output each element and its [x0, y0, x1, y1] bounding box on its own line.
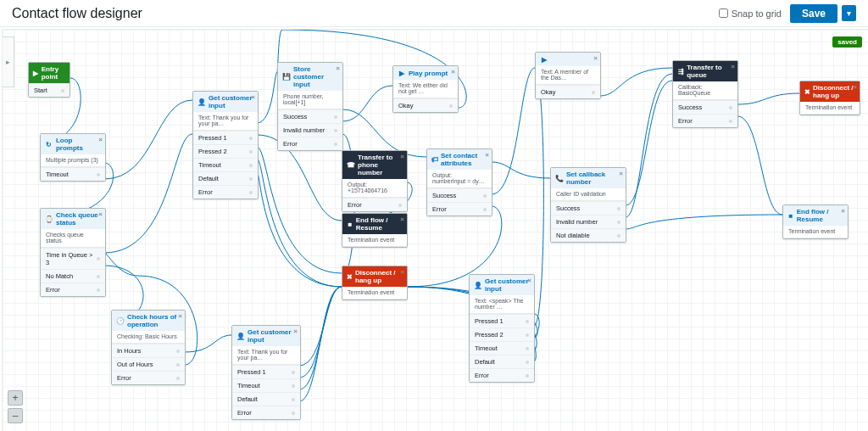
node-end-flow-1[interactable]: ■End flow / Resume× Termination event [342, 213, 408, 248]
node-subtitle: Output: numberInput = dy… [427, 170, 492, 188]
node-disconnect-1[interactable]: ✖Disconnect / hang up× Termination event [342, 266, 408, 300]
person-icon: 👤 [198, 98, 206, 106]
save-button[interactable]: Save [790, 4, 837, 23]
save-dropdown[interactable]: ▾ [842, 5, 856, 21]
branch[interactable]: Error [112, 371, 185, 384]
node-transfer-to-queue[interactable]: ⇶Transfer to queue× Callback: BasicQueue… [672, 60, 738, 128]
branch[interactable]: Pressed 1 [470, 314, 534, 327]
node-subtitle: Text: We either did not get … [393, 80, 458, 98]
branch[interactable]: Invalid number [551, 215, 626, 228]
close-icon[interactable]: × [400, 268, 404, 276]
node-disconnect-2[interactable]: ✖Disconnect / hang up× Termination event [799, 81, 860, 115]
flag-icon: ▶ [33, 69, 39, 77]
branch[interactable]: Okay [536, 85, 600, 98]
snap-to-grid-toggle[interactable]: Snap to grid [719, 8, 782, 19]
branch[interactable]: In Hours [112, 344, 185, 357]
snap-checkbox[interactable] [719, 8, 728, 18]
branch[interactable]: Success [427, 188, 492, 202]
flow-canvas[interactable]: ▸ saved [2, 29, 868, 431]
close-icon[interactable]: × [178, 312, 182, 320]
branch[interactable]: Pressed 1 [193, 131, 258, 144]
close-icon[interactable]: × [485, 151, 489, 159]
palette-toggle[interactable]: ▸ [3, 36, 14, 87]
node-end-flow-2[interactable]: ■End flow / Resume× Termination event [782, 204, 849, 239]
node-subtitle: Checks queue status [41, 229, 105, 248]
close-icon[interactable]: × [400, 153, 404, 160]
close-icon[interactable]: × [853, 83, 857, 91]
branch[interactable]: Success [673, 100, 737, 114]
node-title: Play prompt [409, 70, 448, 77]
node-get-customer-input-1[interactable]: 👤Get customer input× Text: Thank you for… [192, 91, 259, 199]
close-icon[interactable]: × [619, 170, 623, 177]
node-subtitle: Phone number, local[+1] [278, 91, 342, 109]
node-set-callback-number[interactable]: 📞Set callback number× Caller ID validati… [550, 167, 626, 243]
close-icon[interactable]: × [293, 327, 298, 335]
zoom-in-button[interactable]: + [8, 390, 23, 406]
close-icon[interactable]: × [841, 207, 845, 215]
branch[interactable]: Default [232, 392, 300, 406]
branch[interactable]: Error [427, 202, 492, 216]
branch[interactable]: Pressed 2 [470, 327, 534, 341]
close-icon[interactable]: × [98, 136, 103, 143]
branch[interactable]: Timeout [470, 341, 534, 355]
close-icon[interactable]: × [98, 210, 103, 218]
node-title: Check hours of operation [127, 313, 181, 328]
phone-icon: ☎ [347, 161, 355, 170]
node-subtitle: Checking: Basic Hours [112, 331, 185, 344]
close-icon[interactable]: × [400, 216, 404, 223]
node-subtitle: Caller ID validation [551, 188, 626, 201]
branch[interactable]: Error [232, 406, 300, 419]
zoom-out-button[interactable]: – [8, 408, 23, 423]
branch[interactable]: Error [342, 198, 407, 211]
branch[interactable]: Error [193, 185, 258, 199]
node-title: Loop prompts [56, 137, 101, 152]
node-check-hours[interactable]: 🕑Check hours of operation× Checking: Bas… [111, 310, 186, 385]
node-store-customer-input[interactable]: 💾Store customer input× Phone number, loc… [277, 62, 343, 151]
branch[interactable]: Error [673, 114, 737, 127]
branch[interactable]: Error [470, 368, 534, 382]
close-icon[interactable]: × [336, 64, 340, 72]
branch[interactable]: Default [193, 171, 258, 185]
queue-icon: ⌚ [45, 215, 53, 223]
close-icon[interactable]: × [731, 63, 735, 70]
node-title: Check queue status [56, 211, 101, 227]
branch[interactable]: Error [41, 283, 105, 296]
node-check-queue-status[interactable]: ⌚Check queue status× Checks queue status… [40, 208, 106, 297]
branch[interactable]: No Match [41, 269, 105, 283]
branch[interactable]: Pressed 1 [232, 365, 300, 378]
branch[interactable]: Not dialable [551, 228, 626, 242]
node-get-customer-input-2[interactable]: 👤Get customer input× Text: Thank you for… [231, 325, 301, 420]
close-icon[interactable]: × [451, 68, 455, 76]
clock-icon: 🕑 [116, 316, 125, 325]
branch[interactable]: Success [551, 201, 626, 215]
node-transfer-phone[interactable]: ☎Transfer to phone number× Output: +1571… [342, 150, 408, 212]
branch[interactable]: Timeout [232, 378, 300, 392]
branch[interactable]: Timeout [193, 158, 258, 171]
branch[interactable]: Out of Hours [112, 357, 185, 371]
branch[interactable]: Error [278, 137, 342, 150]
branch[interactable]: Default [470, 355, 534, 368]
close-icon[interactable]: × [593, 54, 598, 62]
person-icon: 👤 [236, 332, 245, 340]
branch[interactable]: Pressed 2 [193, 144, 258, 158]
branch[interactable]: Invalid number [278, 123, 342, 137]
node-get-customer-input-3[interactable]: 👤Get customer input× Text: <speak> The n… [469, 274, 535, 383]
branch[interactable]: Okay [393, 98, 458, 112]
node-header: ▶ Entry point [29, 63, 70, 83]
node-title: Transfer to queue [687, 64, 733, 79]
branch-timeout[interactable]: Timeout [41, 167, 105, 181]
branch-start[interactable]: Start [29, 83, 70, 97]
node-set-contact-attributes[interactable]: 🏷Set contact attributes× Output: numberI… [426, 148, 492, 216]
node-loop-prompts[interactable]: ↻Loop prompts× Multiple prompts (3) Time… [40, 133, 106, 182]
branch[interactable]: Time in Queue > 3 [41, 248, 105, 269]
close-icon[interactable]: × [527, 277, 531, 284]
close-icon[interactable]: × [251, 93, 255, 101]
node-entry-point[interactable]: ▶ Entry point Start [28, 62, 70, 98]
loop-icon: ↻ [45, 140, 53, 148]
node-play-prompt-1[interactable]: ▶Play prompt× Text: We either did not ge… [392, 65, 459, 113]
snap-label: Snap to grid [732, 8, 782, 19]
branch[interactable]: Success [278, 109, 342, 123]
node-play-prompt-2[interactable]: ▶.× Text: A member of the Das… Okay [535, 52, 601, 99]
queue-icon: ⇶ [677, 67, 684, 76]
node-subtitle: Termination event [800, 102, 860, 115]
